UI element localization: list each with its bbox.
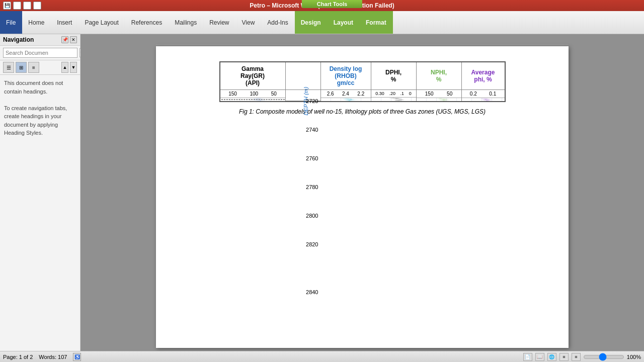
tab-view[interactable]: View [236, 11, 262, 34]
dphi-panel: DPHI,% 0.30 .20 .1 0 [371, 62, 417, 101]
heading-instruction: To create navigation tabs, create headin… [4, 104, 76, 137]
more-button[interactable]: ▼ [33, 2, 41, 10]
depth-2720: 2720 [306, 98, 318, 104]
tab-design[interactable]: Design [295, 11, 328, 34]
document-page: GammaRay(GR)(API) 150 100 50 UG M L [156, 46, 569, 348]
undo-button[interactable]: ↩ [13, 2, 21, 10]
gr-scale: 150 100 50 [220, 90, 285, 98]
density-title: Density log(RHOB)gm/cc [330, 65, 362, 86]
nphi-panel: NPHI,% 150 50 [417, 62, 462, 101]
navigation-sidebar: Navigation 📌 ✕ 🔍 ☰ ⊞ ≡ ▲ ▼ This document… [0, 34, 80, 351]
tab-layout[interactable]: Layout [328, 11, 360, 34]
density-line [321, 98, 371, 101]
nav-arrows: ▲ ▼ [61, 62, 77, 73]
outline-button[interactable]: ≡ [559, 353, 569, 361]
word-count: Words: 107 [39, 354, 67, 360]
depth-panel: DEPTH (m) 2720 2740 2760 2780 2800 2820 … [286, 62, 321, 101]
density-panel: Density log(RHOB)gm/cc 2.6 2.4 2.2 [321, 62, 371, 101]
dphi-line [371, 98, 417, 101]
sidebar-controls: 📌 ✕ [61, 36, 77, 43]
nphi-line [417, 98, 462, 101]
web-layout-button[interactable]: 🌐 [547, 353, 556, 361]
dphi-body [371, 98, 417, 101]
avgphi-line [462, 98, 505, 101]
gr-body: UG M L [220, 98, 286, 101]
status-right: 📄 📖 🌐 ≡ ≡ 100% [523, 353, 641, 361]
depth-2820: 2820 [306, 241, 318, 247]
accessibility-icon[interactable]: ♿ [73, 353, 81, 361]
full-reading-button[interactable]: 📖 [535, 353, 544, 361]
view-toggle: ☰ ⊞ ≡ ▲ ▼ [0, 60, 80, 75]
chart-caption: Fig 1: Composite models of well no-15, l… [239, 108, 486, 115]
dphi-header: DPHI,% [371, 62, 416, 90]
gr-header: GammaRay(GR)(API) [220, 62, 285, 90]
gr-panel: GammaRay(GR)(API) 150 100 50 UG M L [220, 62, 286, 101]
draft-button[interactable]: ≡ [572, 353, 581, 361]
app-container: Navigation 📌 ✕ 🔍 ☰ ⊞ ≡ ▲ ▼ This document… [0, 34, 644, 351]
pages-view-button[interactable]: ⊞ [16, 62, 27, 73]
gr-title: GammaRay(GR)(API) [240, 65, 265, 86]
tab-format[interactable]: Format [360, 11, 393, 34]
title-bar: 💾 ↩ ↪ ▼ Petro – Microsoft Word (Product … [0, 0, 644, 11]
page-indicator: Page: 1 of 2 [3, 354, 33, 360]
avgphi-title: Averagephi, % [471, 69, 495, 83]
chart-tools-label: Chart Tools [302, 0, 362, 8]
sidebar-title: Navigation [3, 36, 34, 43]
dphi-scale: 0.30 .20 .1 0 [371, 90, 416, 98]
tab-file[interactable]: File [0, 11, 22, 34]
depth-2800: 2800 [306, 213, 318, 219]
redo-button[interactable]: ↪ [23, 2, 31, 10]
tab-mailings[interactable]: Mailings [169, 11, 203, 34]
results-view-button[interactable]: ≡ [28, 62, 39, 73]
zoom-level: 100% [627, 354, 641, 360]
sidebar-pin-button[interactable]: 📌 [61, 36, 68, 43]
ribbon: File Home Insert Page Layout References … [0, 11, 644, 34]
search-input[interactable] [3, 48, 77, 58]
sidebar-close-button[interactable]: ✕ [70, 36, 77, 43]
zoom-slider[interactable] [584, 355, 624, 359]
avgphi-scale: 0.2 0.1 [462, 90, 505, 98]
no-headings-message: This document does not contain headings. [4, 79, 76, 96]
depth-2780: 2780 [306, 184, 318, 190]
avgphi-body [462, 98, 505, 101]
tab-home[interactable]: Home [22, 11, 51, 34]
density-scale: 2.6 2.4 2.2 [321, 90, 371, 98]
tab-pagelayout[interactable]: Page Layout [78, 11, 125, 34]
depth-2740: 2740 [306, 127, 318, 133]
sidebar-content: This document does not contain headings.… [0, 75, 80, 141]
tab-review[interactable]: Review [203, 11, 235, 34]
dphi-title: DPHI,% [385, 69, 401, 83]
depth-2760: 2760 [306, 155, 318, 161]
nphi-title: NPHI,% [431, 69, 447, 83]
headings-view-button[interactable]: ☰ [3, 62, 14, 73]
chart-container: GammaRay(GR)(API) 150 100 50 UG M L [176, 61, 548, 115]
depth-header [286, 62, 320, 90]
print-layout-button[interactable]: 📄 [523, 353, 532, 361]
quick-access-toolbar: 💾 ↩ ↪ ▼ [0, 0, 44, 11]
nav-down-button[interactable]: ▼ [70, 62, 77, 73]
document-area[interactable]: GammaRay(GR)(API) 150 100 50 UG M L [80, 34, 644, 351]
search-bar: 🔍 [0, 46, 80, 60]
depth-2840: 2840 [306, 289, 318, 295]
gr-line [220, 98, 286, 101]
avgphi-header: Averagephi, % [462, 62, 505, 90]
density-header: Density log(RHOB)gm/cc [321, 62, 371, 90]
tab-insert[interactable]: Insert [51, 11, 78, 34]
nav-up-button[interactable]: ▲ [61, 62, 68, 73]
status-bar: Page: 1 of 2 Words: 107 ♿ 📄 📖 🌐 ≡ ≡ 100% [0, 351, 644, 362]
sidebar-header: Navigation 📌 ✕ [0, 34, 80, 46]
avgphi-panel: Averagephi, % 0.2 0.1 [462, 62, 505, 101]
density-body [321, 98, 371, 101]
nphi-scale: 150 50 [417, 90, 461, 98]
tab-addins[interactable]: Add-Ins [261, 11, 294, 34]
save-button[interactable]: 💾 [3, 2, 11, 10]
nphi-body: ↖ [417, 98, 462, 101]
tab-references[interactable]: References [125, 11, 169, 34]
well-log-chart[interactable]: GammaRay(GR)(API) 150 100 50 UG M L [219, 61, 506, 102]
nphi-header: NPHI,% [417, 62, 461, 90]
